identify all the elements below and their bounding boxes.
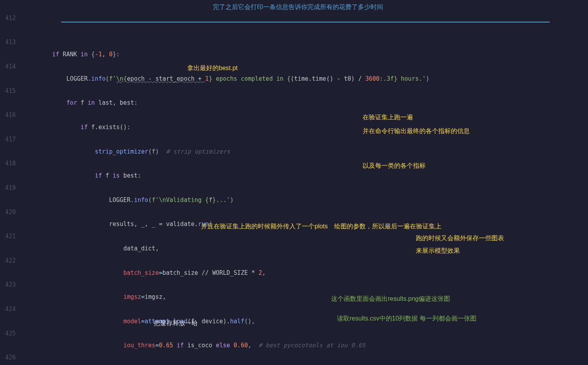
line-number: 426 <box>0 352 16 364</box>
line-number: 412 <box>0 12 16 24</box>
annotation-text: 读取results.csv中的10列数据 每一列都会画一张图 <box>337 313 476 325</box>
annotation-text: 这个函数里面会画出results.png偏迹这张图 <box>331 293 450 305</box>
line-number-gutter: 412 413 414 415 416 417 418 419 420 421 … <box>0 0 24 365</box>
line-number: 425 <box>0 328 16 340</box>
line-number: 419 <box>0 182 16 194</box>
code-line[interactable]: for f in last, best: <box>24 97 588 109</box>
code-line[interactable]: if RANK in {-1, 0}: <box>24 48 588 61</box>
code-line[interactable]: strip_optimizer(f) # strip optimizers <box>24 146 588 158</box>
code-line[interactable]: if f.exists(): <box>24 121 588 133</box>
code-line[interactable]: if f is best: <box>24 170 588 182</box>
annotation-text: 在验证集上跑一遍 <box>363 111 413 124</box>
line-number: 422 <box>0 255 16 267</box>
line-number: 416 <box>0 109 16 121</box>
annotation-text: 并在命令行输出最终的各个指标的信息 <box>363 125 470 137</box>
line-number: 415 <box>0 85 16 97</box>
annotation-text: 以及每一类的各个指标 <box>363 160 426 172</box>
line-number: 423 <box>0 279 16 291</box>
code-line[interactable]: imgsz=imgsz, <box>24 291 588 303</box>
annotation-text: 把显存释放一哈 <box>154 317 198 330</box>
annotation-text: 拿出最好的best.pt <box>187 62 238 74</box>
annotation-text: 并且在验证集上跑的时候额外传入了一个plots 绘图的参数，所以最后一遍在验证集… <box>201 220 441 233</box>
code-line[interactable]: LOGGER.info(f'\n{epoch - start_epoch + 1… <box>24 73 588 85</box>
code-line[interactable]: batch_size=batch_size // WORLD_SIZE * 2, <box>24 267 588 279</box>
line-number: 413 <box>0 36 16 48</box>
line-number: 424 <box>0 303 16 315</box>
annotation-text: 来展示模型效果 <box>416 245 460 257</box>
annotation-text: 跑的时候又会额外保存一些图表 <box>416 232 504 245</box>
annotation-underline <box>61 22 550 22</box>
annotation-text: 完了之后它会打印一条信息告诉你完成所有的花费了多少时间 <box>213 1 383 13</box>
code-editor[interactable]: 412 413 414 415 416 417 418 419 420 421 … <box>0 0 588 365</box>
code-area[interactable]: if RANK in {-1, 0}: LOGGER.info(f'\n{epo… <box>24 0 588 365</box>
line-number: 414 <box>0 61 16 73</box>
code-line[interactable]: iou_thres=0.65 if is_coco else 0.60, # b… <box>24 339 588 352</box>
code-line[interactable]: model=attempt_load(f, device).half(), <box>24 315 588 328</box>
line-number: 418 <box>0 157 16 170</box>
code-line[interactable]: LOGGER.info(f'\nValidating {f}...') <box>24 194 588 206</box>
line-number: 421 <box>0 230 16 243</box>
line-number: 417 <box>0 133 16 146</box>
line-number: 420 <box>0 206 16 219</box>
